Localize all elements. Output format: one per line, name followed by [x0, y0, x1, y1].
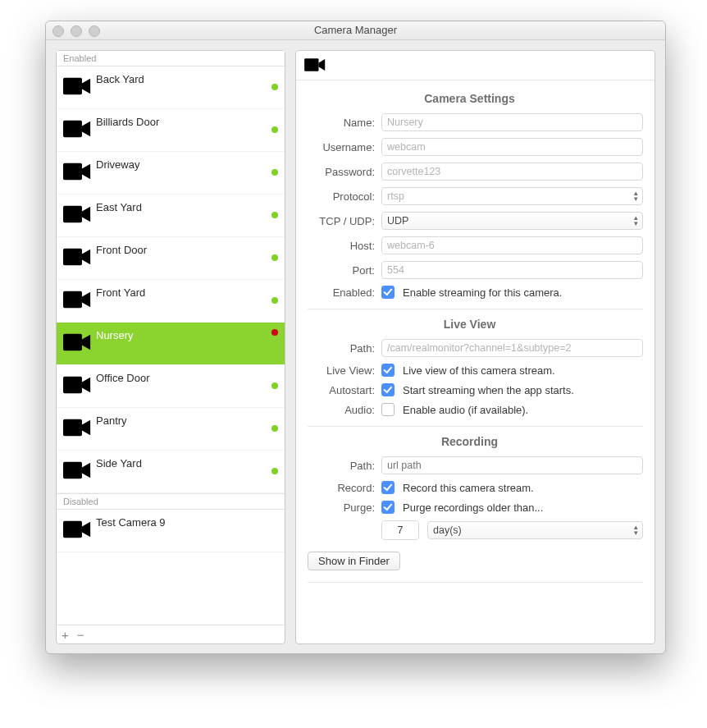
camera-row[interactable]: Office Door [57, 365, 285, 408]
audio-text: Enable audio (if available). [403, 404, 528, 416]
camera-row[interactable]: Driveway [57, 152, 285, 195]
audio-label: Audio: [296, 404, 381, 416]
camera-name: Test Camera 9 [96, 516, 276, 529]
record-checkbox[interactable] [381, 481, 395, 494]
camera-row[interactable]: Front Door [57, 237, 285, 280]
section-live-view: Live View [296, 309, 643, 336]
liveview-checkbox[interactable] [381, 364, 395, 377]
camera-name: Nursery [96, 329, 276, 341]
tcpudp-select[interactable]: UDP▴▾ [381, 212, 643, 230]
camera-row[interactable]: Billiards Door [57, 109, 285, 152]
rec-path-label: Path: [296, 460, 381, 472]
row-tcpudp: TCP / UDP: UDP▴▾ [296, 208, 643, 233]
status-dot [271, 468, 278, 474]
status-dot [271, 382, 278, 389]
camera-name: Side Yard [96, 457, 276, 469]
camera-row[interactable]: Pantry [57, 408, 285, 451]
minimize-icon[interactable] [71, 25, 82, 37]
lv-path-field[interactable] [381, 339, 643, 357]
purge-checkbox[interactable] [381, 501, 395, 514]
purge-text: Purge recordings older than... [403, 501, 543, 514]
row-purge-duration: 7 day(s)▴▾ [296, 517, 643, 543]
row-host: Host: [296, 233, 643, 258]
camera-icon [63, 332, 96, 355]
protocol-label: Protocol: [296, 190, 381, 203]
status-dot [271, 169, 278, 176]
row-username: Username: [296, 135, 643, 159]
section-camera-settings: Camera Settings [296, 84, 643, 110]
name-field[interactable] [381, 113, 643, 131]
enabled-camera-list: Back YardBilliards DoorDrivewayEast Yard… [57, 66, 285, 493]
camera-name: Front Yard [96, 286, 276, 299]
camera-row[interactable]: Test Camera 9 [57, 510, 285, 552]
camera-icon [63, 520, 96, 543]
row-purge: Purge: Purge recordings older than... [296, 497, 643, 517]
protocol-select[interactable]: rtsp▴▾ [381, 187, 643, 205]
port-field[interactable] [381, 261, 643, 279]
host-label: Host: [296, 240, 381, 252]
username-field[interactable] [381, 138, 643, 156]
camera-name: Driveway [96, 158, 276, 171]
liveview-text: Live view of this camera stream. [403, 364, 555, 377]
camera-row[interactable]: Back Yard [57, 66, 285, 109]
camera-name: Pantry [96, 414, 276, 427]
rec-path-field[interactable] [381, 456, 643, 474]
row-name: Name: [296, 110, 643, 135]
camera-icon [63, 119, 96, 142]
name-label: Name: [296, 117, 381, 129]
add-camera-button[interactable]: + [62, 629, 69, 641]
content: Enabled Back YardBilliards DoorDrivewayE… [46, 40, 665, 654]
camera-row[interactable]: Nursery [57, 323, 285, 365]
password-label: Password: [296, 166, 381, 178]
remove-camera-button[interactable]: − [77, 629, 84, 641]
camera-icon [304, 57, 326, 72]
host-field[interactable] [381, 236, 643, 254]
chevron-updown-icon: ▴▾ [634, 190, 638, 202]
sidebar-toolbar: + − [57, 625, 285, 643]
chevron-updown-icon: ▴▾ [634, 215, 638, 227]
port-label: Port: [296, 264, 381, 277]
status-dot [271, 254, 278, 261]
enabled-text: Enable streaming for this camera. [403, 286, 562, 299]
close-icon[interactable] [52, 25, 64, 37]
row-protocol: Protocol: rtsp▴▾ [296, 184, 643, 208]
camera-row[interactable]: Side Yard [57, 451, 285, 493]
camera-name: Front Door [96, 244, 276, 256]
camera-icon [63, 162, 96, 185]
status-dot [271, 329, 278, 336]
window-controls [52, 25, 100, 37]
detail-header [296, 51, 655, 80]
camera-row[interactable]: East Yard [57, 195, 285, 237]
disabled-camera-list: Test Camera 9 [57, 510, 285, 552]
record-text: Record this camera stream. [403, 482, 534, 494]
row-port: Port: [296, 258, 643, 282]
camera-icon [63, 375, 96, 398]
zoom-icon[interactable] [89, 25, 100, 37]
chevron-updown-icon: ▴▾ [634, 524, 638, 536]
row-lv-path: Path: [296, 336, 643, 360]
autostart-text: Start streaming when the app starts. [403, 384, 574, 396]
row-password: Password: [296, 159, 643, 184]
camera-detail-panel: Camera Settings Name: Username: Password… [295, 50, 655, 644]
tcpudp-label: TCP / UDP: [296, 215, 381, 227]
show-in-finder-button[interactable]: Show in Finder [308, 552, 400, 570]
autostart-label: Autostart: [296, 384, 381, 396]
camera-row[interactable]: Front Yard [57, 280, 285, 323]
section-enabled-header: Enabled [57, 51, 285, 66]
liveview-label: Live View: [296, 364, 381, 377]
purge-unit-select[interactable]: day(s)▴▾ [427, 521, 643, 539]
username-label: Username: [296, 141, 381, 153]
enabled-checkbox[interactable] [381, 286, 395, 299]
camera-name: East Yard [96, 201, 276, 213]
audio-checkbox[interactable] [381, 403, 395, 416]
window: Camera Manager Enabled Back YardBilliard… [45, 21, 666, 654]
status-dot [271, 425, 278, 432]
camera-icon [63, 247, 96, 270]
lv-path-label: Path: [296, 342, 381, 355]
password-field[interactable] [381, 163, 643, 181]
camera-name: Back Yard [96, 73, 276, 85]
status-dot [271, 297, 278, 304]
purge-count-field[interactable]: 7 [381, 520, 419, 540]
status-dot [271, 126, 278, 133]
autostart-checkbox[interactable] [381, 383, 395, 396]
